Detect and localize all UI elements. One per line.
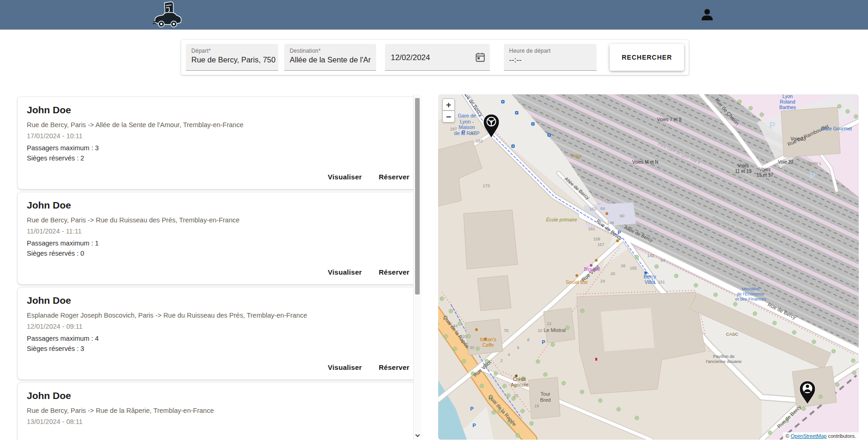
tree-icon [580,390,584,393]
depart-value: Rue de Bercy, Paris, 750 [191,55,273,64]
house-number: 10 [538,328,542,333]
scrollbar-thumb[interactable] [415,98,420,295]
search-button[interactable]: RECHERCHER [610,44,684,71]
tree-icon [854,115,858,118]
map-label: Voie 23 [778,160,794,165]
tree-icon [492,411,495,414]
destination-field[interactable]: Destination* Allée de la Sente de l'Ar [284,44,377,71]
time-label: Heure de départ [509,48,592,54]
tree-icon [530,422,533,425]
house-number: 161 [588,227,595,231]
tree-icon [753,312,757,315]
tree-icon [536,360,540,363]
reserver-button[interactable]: Réserver [378,171,410,183]
map-label: Gate Gourmet [821,126,852,131]
calendar-icon[interactable] [475,52,485,63]
tree-icon [738,100,741,104]
ride-card: John Doe Esplanade Roger Joseph Boscovic… [18,288,421,380]
tree-icon [831,349,835,353]
tree-icon [846,110,850,113]
tree-icon [599,399,602,402]
tree-icon [507,393,510,397]
tree-icon [773,321,776,325]
tree-icon [458,322,462,325]
depart-field[interactable]: Départ* Rue de Bercy, Paris, 750 [186,44,278,71]
visualiser-button[interactable]: Visualiser [327,171,363,183]
house-number: 157 [597,242,604,247]
depart-label: Départ* [191,48,273,54]
parking-area-icon: P [809,171,815,181]
zoom-out-button[interactable]: − [442,110,455,123]
destination-label: Destination* [290,48,371,54]
house-number: 4 [507,352,510,357]
ride-route: Rue de Bercy, Paris -> Rue de la Râperie… [27,407,411,414]
osm-link[interactable]: OpenStreetMap [791,433,827,439]
zoom-in-button[interactable]: + [442,98,455,110]
parking-icon: P [542,339,545,345]
tree-icon [562,381,565,385]
ride-route: Rue de Bercy, Paris -> Rue du Ruisseau d… [27,216,411,224]
tree-icon [635,255,639,259]
date-field[interactable]: 12/02/2024 [385,44,489,71]
map-label: Poste L [807,160,822,166]
house-number: 20 [513,393,518,398]
map-label: Biguine [584,266,600,272]
tree-icon [768,431,772,435]
tree-icon [635,416,639,420]
house-number: 18 [534,404,539,408]
house-number: 142 [647,253,654,258]
ride-datetime: 11/01/2024 - 11:11 [27,227,411,235]
scrollbar-down-arrow-icon[interactable] [416,433,419,437]
tree-icon [494,372,497,375]
map-label: CASC [726,331,739,337]
house-number: 24 [600,279,605,283]
ride-datetime: 12/01/2024 - 09:11 [27,323,411,330]
ride-passengers: Passagers maximum : 4 [27,335,411,342]
ride-card: John Doe Rue de Bercy, Paris -> Rue de l… [18,383,421,440]
tree-icon [544,373,547,376]
tree-icon [812,340,816,344]
ride-card: John Doe Rue de Bercy, Paris -> Rue du R… [18,192,421,284]
reserver-button[interactable]: Réserver [378,266,410,278]
visualiser-button[interactable]: Visualiser [327,266,363,278]
house-number: 12 [547,321,551,326]
map-panel[interactable]: PPPPPPP Gare deLyon -Maisonde la RATPRue… [438,94,859,440]
moai-car-logo [153,1,182,28]
parking-icon: P [472,423,476,428]
ride-list: John Doe Rue de Bercy, Paris -> Allée de… [17,94,422,440]
visualiser-button[interactable]: Visualiser [327,362,363,373]
house-number: 320 [460,334,467,339]
tree-icon [503,384,507,388]
bar-icon [575,274,578,277]
house-number: 28 [621,264,625,268]
house-number: 64 [600,206,605,211]
time-field[interactable]: Heure de départ --:-- [504,44,597,71]
driver-name: John Doe [27,200,411,211]
list-scrollbar[interactable] [413,94,422,440]
profile-icon[interactable] [700,7,715,22]
tree-icon [835,383,839,387]
ride-passengers: Passagers maximum : 1 [27,239,411,247]
house-number: 30 [470,345,474,350]
house-number: 152 [589,207,596,211]
tree-icon [453,347,457,350]
tree-icon [851,359,855,362]
house-number: 34 [453,324,458,328]
tree-icon [852,371,856,374]
ride-seats: Sièges réservés : 2 [27,154,411,162]
ride-seats: Sièges réservés : 0 [27,250,411,257]
house-number: 148 [607,221,614,225]
tree-icon [520,409,524,413]
house-number: 60 [620,214,624,218]
parking-icon: P [470,406,473,411]
map-label: Social Bar [566,279,588,285]
house-number: 26 [611,271,615,276]
map-label: Italian'sCaffe [480,337,496,348]
date-value: 12/02/2024 [391,53,484,62]
tree-icon [749,106,752,110]
map-attribution: © OpenStreetMap contributors. [783,432,859,440]
map-label: École primaire [546,217,577,222]
reserver-button[interactable]: Réserver [378,362,410,373]
driver-name: John Doe [27,390,411,401]
tree-icon [551,343,555,346]
